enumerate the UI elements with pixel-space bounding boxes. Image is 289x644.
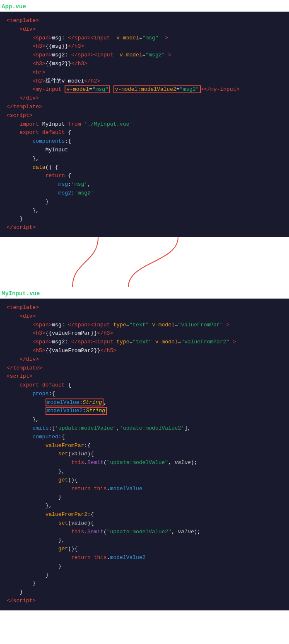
connector-svg [0, 237, 289, 287]
connector-section [0, 237, 289, 287]
page-container: App.vue <template> <div> <span>msg: </sp… [0, 0, 289, 610]
myinput-vue-label: MyInput.vue [0, 287, 289, 299]
app-vue-label: App.vue [0, 0, 289, 12]
myinput-vue-code: <template> <div> <span>msg: </span><inpu… [0, 299, 289, 610]
app-vue-code: <template> <div> <span>msg: </span><inpu… [0, 12, 289, 237]
